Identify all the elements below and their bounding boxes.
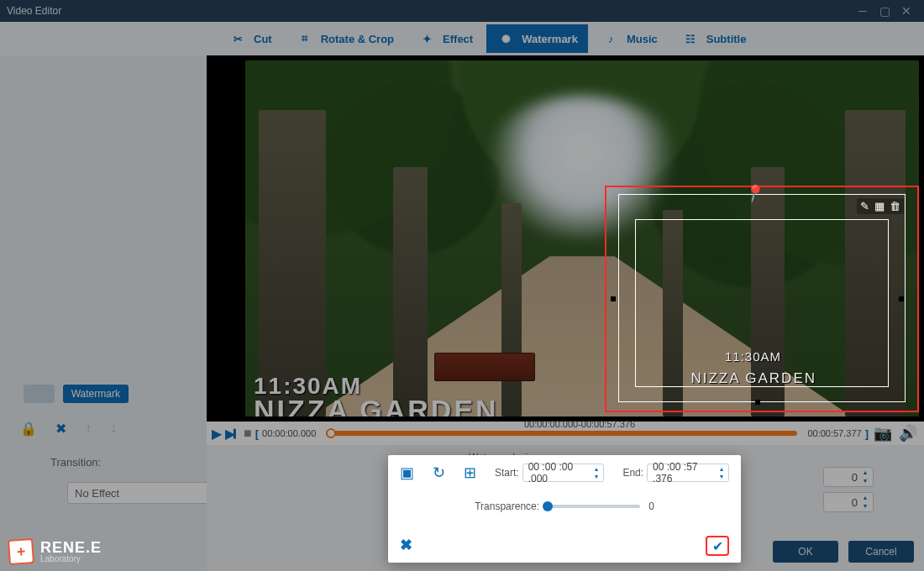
- tab-watermark[interactable]: ✺ Watermark: [486, 24, 588, 53]
- tab-rotate-crop[interactable]: ⌗ Rotate & Crop: [286, 24, 404, 53]
- transparence-label: Transparence:: [475, 500, 539, 512]
- image-icon[interactable]: ▦: [874, 200, 885, 212]
- lock-icon[interactable]: 🔒: [20, 421, 37, 437]
- logo-text: RENE.E: [40, 540, 102, 555]
- tab-effect[interactable]: ✦ Effect: [407, 24, 483, 53]
- arrow-down-icon[interactable]: ↓: [110, 421, 117, 437]
- start-time-value: 00 :00 :00 .000: [528, 461, 591, 485]
- app-window: Video Editor ─ ▢ ✕ ✂ Cut ⌗ Rotate & Crop…: [0, 0, 924, 571]
- end-time-input[interactable]: 00 :00 :57 .376 ▴▾: [647, 464, 729, 482]
- transition-label: Transition:: [50, 456, 101, 469]
- popup-confirm-button[interactable]: ✔: [706, 536, 729, 556]
- left-sidebar: Watermark 🔒 ✖ ↑ ↓ Transition: No Effect …: [0, 55, 207, 571]
- ok-button[interactable]: OK: [773, 541, 838, 563]
- start-time-input[interactable]: 00 :00 :00 .000 ▴▾: [522, 464, 605, 482]
- tab-music[interactable]: ♪ Music: [591, 24, 668, 53]
- watermark-icon: ✺: [496, 29, 515, 48]
- spinner-arrows-icon[interactable]: ▴▾: [717, 465, 727, 480]
- playbar-range: 00:00:00.000-00:00:57.376: [524, 419, 635, 429]
- height-value: 0: [852, 496, 858, 509]
- video-canvas[interactable]: 11:30AM NIZZA GARDEN 📍 ✎ ▦ 🗑 11:30AM NIZ…: [207, 55, 924, 422]
- spinner-arrows-icon[interactable]: ▴▾: [859, 469, 871, 485]
- close-button[interactable]: ✕: [895, 3, 917, 19]
- play-button[interactable]: ▶: [212, 426, 222, 442]
- brand-logo: + RENE.E Laboratory: [8, 539, 102, 564]
- refresh-icon[interactable]: ↻: [433, 464, 445, 482]
- logo-subtext: Laboratory: [40, 555, 102, 563]
- playbar-time-end: 00:00:57.377: [807, 428, 861, 438]
- spinner-arrows-icon[interactable]: ▴▾: [591, 465, 601, 480]
- volume-button[interactable]: 🔊: [897, 424, 919, 443]
- popup-cancel-icon[interactable]: ✖: [400, 536, 412, 556]
- tab-music-label: Music: [627, 33, 658, 45]
- placeholder-button[interactable]: [24, 385, 55, 403]
- tab-cut[interactable]: ✂ Cut: [218, 24, 282, 53]
- music-icon: ♪: [601, 29, 620, 48]
- height-spinner[interactable]: 0 ▴▾: [823, 492, 874, 512]
- resize-handle-e[interactable]: [899, 296, 904, 301]
- sidebar-watermark-button[interactable]: Watermark: [63, 385, 129, 403]
- watermark-time-popup: ▣ ↻ ⊞ Start: 00 :00 :00 .000 ▴▾ End: 00 …: [388, 455, 741, 563]
- stop-button[interactable]: ■: [244, 426, 252, 441]
- timeline-track[interactable]: 00:00:00.000-00:00:57.376: [326, 431, 797, 436]
- watermark-mini-toolbar: ✎ ▦ 🗑: [857, 198, 904, 214]
- width-spinner[interactable]: 0 ▴▾: [823, 467, 874, 487]
- wand-icon: ✦: [417, 29, 436, 48]
- watermark-caption-time: 11:30AM: [725, 349, 781, 364]
- spinner-arrows-icon[interactable]: ▴▾: [859, 494, 871, 511]
- delete-icon[interactable]: ✖: [55, 421, 66, 437]
- snapshot-button[interactable]: 📷: [872, 424, 894, 443]
- tab-subtitle-label: Subtitle: [706, 33, 747, 45]
- playbar-time-start: 00:00:00.000: [262, 428, 316, 438]
- tab-rotate-label: Rotate & Crop: [321, 33, 394, 45]
- logo-badge-icon: +: [8, 538, 34, 565]
- tab-subtitle[interactable]: ☷ Subtitle: [671, 24, 757, 53]
- dialog-footer: OK Cancel: [773, 541, 914, 563]
- overlay-title: NIZZA GARDEN: [254, 394, 499, 416]
- cancel-button[interactable]: Cancel: [848, 541, 914, 563]
- width-value: 0: [852, 471, 858, 484]
- tab-cut-label: Cut: [254, 33, 272, 45]
- resize-handle-s[interactable]: [755, 400, 760, 405]
- transparence-value: 0: [648, 500, 654, 512]
- crop-tool-icon[interactable]: ▣: [400, 464, 414, 482]
- minimize-button[interactable]: ─: [852, 3, 874, 19]
- watermark-caption-title: NIZZA GARDEN: [690, 370, 816, 387]
- transparence-thumb[interactable]: [543, 501, 553, 511]
- transition-value: No Effect: [75, 487, 119, 500]
- playback-bar: ▶ ▶▍ ■ [ 00:00:00.000 00:00:00.000-00:00…: [207, 422, 924, 445]
- maximize-button[interactable]: ▢: [874, 3, 895, 19]
- app-title: Video Editor: [7, 5, 61, 17]
- titlebar: Video Editor ─ ▢ ✕: [0, 0, 924, 22]
- start-label: Start:: [495, 467, 519, 479]
- tab-watermark-label: Watermark: [522, 33, 578, 45]
- end-time-value: 00 :00 :57 .376: [653, 461, 715, 485]
- subtitle-icon: ☷: [681, 29, 700, 48]
- timeline-thumb[interactable]: [326, 428, 336, 438]
- trash-icon[interactable]: 🗑: [890, 200, 900, 212]
- end-label: End:: [622, 467, 643, 479]
- arrow-up-icon[interactable]: ↑: [85, 421, 92, 437]
- tab-effect-label: Effect: [443, 33, 473, 45]
- resize-handle-w[interactable]: [611, 296, 616, 301]
- crop-icon: ⌗: [296, 29, 314, 48]
- step-button[interactable]: ▶▍: [225, 426, 240, 442]
- grid-icon[interactable]: ⊞: [464, 464, 476, 482]
- edit-icon[interactable]: ✎: [860, 200, 869, 212]
- transparence-slider[interactable]: [548, 505, 640, 508]
- scissors-icon: ✂: [228, 29, 247, 48]
- toolbar: ✂ Cut ⌗ Rotate & Crop ✦ Effect ✺ Waterma…: [0, 22, 924, 55]
